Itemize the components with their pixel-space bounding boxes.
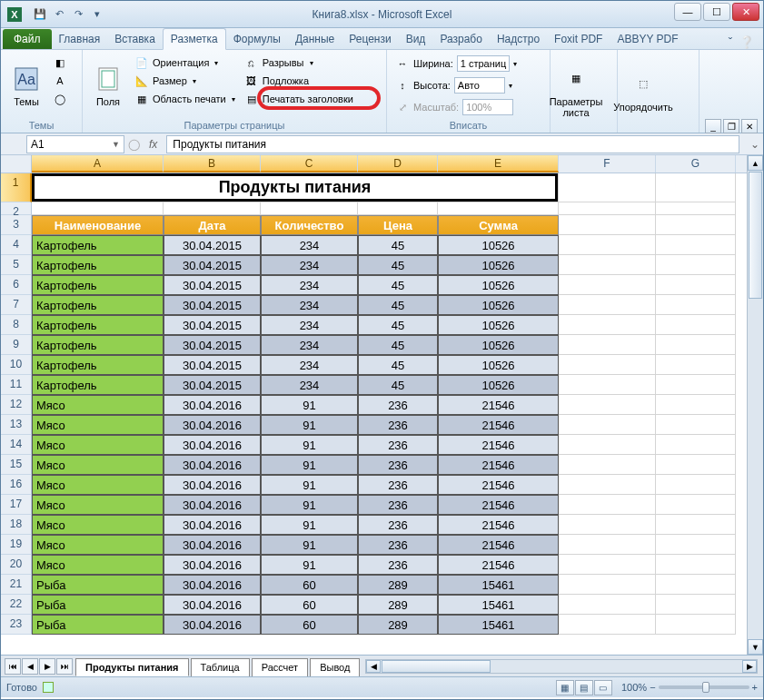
scroll-right-icon[interactable]: ▶ [742,660,757,673]
table-cell[interactable]: Картофель [32,255,164,275]
table-cell[interactable]: Мясо [32,555,164,575]
maximize-button[interactable]: ☐ [703,3,730,21]
theme-effects-button[interactable]: ◯ [50,91,70,107]
table-cell[interactable]: 21546 [438,475,559,495]
fx-icon[interactable]: fx [144,138,163,151]
mdi-restore-button[interactable]: ❐ [723,119,739,133]
name-box[interactable]: A1▼ [26,135,124,153]
table-cell[interactable]: 21546 [438,415,559,435]
table-cell[interactable]: 45 [358,315,438,335]
table-cell[interactable]: 30.04.2016 [164,415,261,435]
table-header[interactable]: Сумма [438,215,559,235]
qat-dropdown-icon[interactable]: ▾ [89,6,105,23]
mdi-minimize-button[interactable]: _ [705,119,721,133]
table-header[interactable]: Цена [358,215,438,235]
table-cell[interactable]: 10526 [438,295,559,315]
table-cell[interactable]: 30.04.2016 [164,535,261,555]
table-cell[interactable]: 21546 [438,435,559,455]
table-cell[interactable]: 234 [261,355,358,375]
table-cell[interactable]: 236 [358,435,438,455]
table-cell[interactable]: 91 [261,475,358,495]
column-header-D[interactable]: D [358,155,438,173]
table-cell[interactable]: 30.04.2015 [164,255,261,275]
scale-row[interactable]: ⤢Масштаб: 100% [392,98,520,116]
scroll-thumb[interactable] [749,172,762,299]
table-cell[interactable]: 21546 [438,555,559,575]
table-cell[interactable]: 30.04.2015 [164,335,261,355]
table-cell[interactable]: 10526 [438,235,559,255]
table-cell[interactable]: 10526 [438,315,559,335]
tab-nav-last[interactable]: ⏭ [56,658,73,675]
close-button[interactable]: ✕ [732,3,759,21]
table-cell[interactable]: Мясо [32,535,164,555]
row-header[interactable]: 12 [1,395,32,415]
zoom-thumb[interactable] [702,682,709,693]
size-button[interactable]: 📐Размер▾ [132,73,238,89]
table-cell[interactable]: 236 [358,475,438,495]
table-cell[interactable]: 91 [261,535,358,555]
table-cell[interactable]: Мясо [32,455,164,475]
table-cell[interactable]: 10526 [438,335,559,355]
breaks-button[interactable]: ⎌Разрывы▾ [242,54,356,71]
table-cell[interactable]: 30.04.2015 [164,315,261,335]
table-cell[interactable]: 236 [358,415,438,435]
table-cell[interactable]: 91 [261,395,358,415]
ribbon-tab-9[interactable]: Foxit PDF [547,29,610,49]
worksheet-grid[interactable]: ABCDEFG 1Продукты питания23НаименованиеД… [1,155,763,655]
table-cell[interactable]: 10526 [438,275,559,295]
save-icon[interactable]: 💾 [32,6,48,23]
mdi-close-button[interactable]: ✕ [741,119,758,133]
zoom-out-button[interactable]: − [650,682,655,693]
arrange-button[interactable]: ⬚Упорядочить [623,53,663,129]
table-cell[interactable]: 91 [261,455,358,475]
table-cell[interactable]: Картофель [32,275,164,295]
table-cell[interactable]: Мясо [32,395,164,415]
column-header-G[interactable]: G [656,155,736,173]
table-cell[interactable]: 30.04.2016 [164,475,261,495]
table-cell[interactable]: 21546 [438,535,559,555]
zoom-in-button[interactable]: + [752,682,758,693]
column-header-E[interactable]: E [438,155,559,173]
minimize-button[interactable]: — [674,3,701,21]
row-header[interactable]: 5 [1,255,32,275]
column-header-A[interactable]: A [32,155,164,173]
row-header[interactable]: 15 [1,455,32,475]
background-button[interactable]: 🖼Подложка [242,73,356,89]
table-cell[interactable]: Картофель [32,235,164,255]
formula-input[interactable]: Продукты питания [166,135,739,153]
row-header[interactable]: 18 [1,515,32,535]
table-cell[interactable]: 236 [358,395,438,415]
row-header[interactable]: 10 [1,355,32,375]
row-header[interactable]: 2 [1,202,32,215]
table-cell[interactable]: 45 [358,355,438,375]
ribbon-tab-10[interactable]: ABBYY PDF [610,29,685,49]
table-cell[interactable]: 91 [261,555,358,575]
row-header[interactable]: 6 [1,275,32,295]
table-header[interactable]: Наименование [32,215,164,235]
table-cell[interactable]: 30.04.2016 [164,455,261,475]
ribbon-tab-6[interactable]: Вид [399,29,433,49]
row-header[interactable]: 9 [1,335,32,355]
scale-value[interactable]: 100% [462,99,513,115]
sheet-tab[interactable]: Рассчет [252,658,309,676]
fit-width-value[interactable]: 1 страниц [457,55,510,72]
table-cell[interactable]: 236 [358,555,438,575]
table-cell[interactable]: 45 [358,295,438,315]
theme-fonts-button[interactable]: A [50,73,70,89]
table-cell[interactable]: 234 [261,375,358,395]
theme-colors-button[interactable]: ◧ [50,54,70,71]
view-pagebreak-button[interactable]: ▭ [594,680,612,695]
table-cell[interactable]: 15461 [438,595,559,615]
view-normal-button[interactable]: ▦ [556,680,574,695]
hscroll-thumb[interactable] [382,660,491,673]
row-header[interactable]: 1 [1,173,32,202]
view-layout-button[interactable]: ▤ [575,680,593,695]
row-header[interactable]: 4 [1,235,32,255]
table-cell[interactable]: 91 [261,435,358,455]
table-cell[interactable]: 45 [358,335,438,355]
ribbon-tab-8[interactable]: Надстро [490,29,547,49]
scroll-down-icon[interactable]: ▼ [748,639,763,655]
table-cell[interactable]: Мясо [32,415,164,435]
table-cell[interactable]: 45 [358,275,438,295]
row-header[interactable]: 23 [1,615,32,635]
